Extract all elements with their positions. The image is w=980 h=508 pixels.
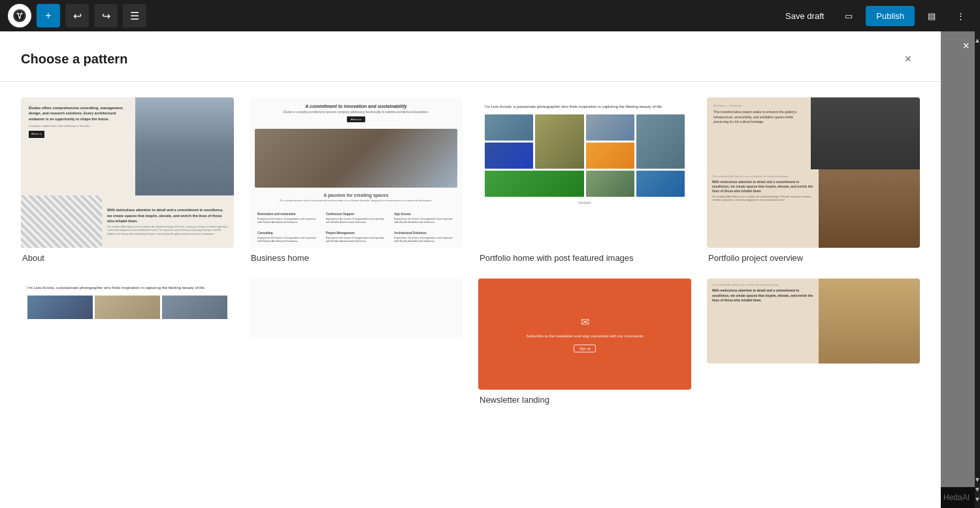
portfolio-img-4 [636,114,685,169]
modal-title: Choose a pattern [21,52,127,67]
pattern-label-business: Business home [250,253,463,263]
pattern-item-newsletter[interactable]: ✉ Subscribe to the newsletter and stay c… [478,279,691,405]
scroll-down-arrow-3[interactable]: ▼ [974,496,980,503]
biz-feature-3: App Access Experience the fusion of imag… [391,210,457,226]
settings-button[interactable]: ▤ [920,4,943,27]
wp-logo[interactable] [8,4,31,27]
portfolio-img-3 [586,114,634,141]
pattern-item-extra[interactable] [250,279,463,405]
pattern-grid: Études offers comprehensive consulting, … [0,82,941,508]
pattern-item-portfolio-project[interactable]: Art Gallery — Downtown This transformati… [707,97,920,263]
view-icon: ▭ [845,11,853,21]
top-bar-left: + ↩ ↪ ☰ [8,4,146,27]
right-scrollbar: ▲ ▼ ▼ ▼ [975,31,980,508]
portfolio-img-5 [485,143,533,169]
pattern-label-about: About [21,253,234,263]
portfolio-photo-grid [485,114,685,197]
save-draft-button[interactable]: Save draft [777,7,832,25]
portfolio-img-8 [586,171,634,197]
more-icon: ⋮ [956,11,965,21]
portfolio-project-image [811,97,920,169]
pattern-preview-portfolio-home: I'm Leia Acosta, a passionate photograph… [478,97,691,248]
add-block-button[interactable]: + [37,4,60,27]
pattern-item-portfolio-project2[interactable]: The revitalized Art Gallery is set to re… [707,279,920,405]
pattern-preview-portfolio-project: Art Gallery — Downtown This transformati… [707,97,920,248]
scroll-down-arrow-2[interactable]: ▼ [974,486,980,493]
redo-button[interactable]: ↪ [94,4,118,27]
list-icon: ☰ [130,10,139,22]
business-hero-image [255,129,457,188]
undo-icon: ↩ [73,10,82,22]
pattern-preview-extra [250,279,463,337]
portfolio-img-9 [636,171,685,197]
pattern-item-portfolio-home2[interactable]: I'm Leia Acosta, a passionate photograph… [21,279,234,405]
biz-feature-1: Renovation and restoration Experience th… [255,210,321,226]
settings-icon: ▤ [928,11,936,21]
about-bottom-image [21,195,102,248]
close-icon: × [905,52,912,66]
overlay-close-button[interactable]: × [962,39,970,53]
portfolio-project2-image [819,279,920,364]
pattern-label-newsletter: Newsletter landing [478,395,691,405]
newsletter-envelope-icon: ✉ [581,316,589,328]
biz-feature-4: Consulting Experience the fusion of imag… [255,229,321,245]
redo-icon: ↪ [102,10,110,22]
view-button[interactable]: ▭ [837,4,860,27]
modal-header: Choose a pattern × [0,31,941,82]
choose-pattern-modal: Choose a pattern × Études offers compreh… [0,31,941,508]
modal-close-button[interactable]: × [896,47,920,71]
pattern-label-portfolio-home: Portfolio home with post featured images [478,253,691,263]
portfolio-img-7 [485,171,584,197]
more-options-button[interactable]: ⋮ [949,4,972,27]
biz-feature-6: Architectural Solutions Experience the f… [391,229,457,245]
portfolio-img-6 [586,143,634,169]
pattern-preview-newsletter: ✉ Subscribe to the newsletter and stay c… [478,279,691,390]
top-bar-right: Save draft ▭ Publish ▤ ⋮ [777,4,972,27]
about-hero-image [135,97,234,195]
pattern-item-portfolio-home[interactable]: I'm Leia Acosta, a passionate photograph… [478,97,691,263]
publish-button[interactable]: Publish [866,6,915,26]
portfolio-watermark: HedaAI [485,201,685,205]
portfolio-img-2 [535,114,583,169]
modal-overlay: Choose a pattern × Études offers compreh… [0,31,980,508]
biz-feature-5: Project Management Experience the fusion… [323,229,389,245]
pattern-preview-portfolio-home2: I'm Leia Acosta, a passionate photograph… [21,279,234,337]
pattern-item-business-home[interactable]: A commitment to innovation and sustainab… [250,97,463,263]
portfolio-project-image2 [819,169,920,248]
pattern-preview-portfolio-project2: The revitalized Art Gallery is set to re… [707,279,920,364]
scroll-up-arrow[interactable]: ▲ [974,37,980,44]
pattern-item-about[interactable]: Études offers comprehensive consulting, … [21,97,234,263]
biz-feature-2: Continuous Support Experience the fusion… [323,210,389,226]
pattern-label-portfolio-project: Portfolio project overview [707,253,920,263]
pattern-preview-business: A commitment to innovation and sustainab… [250,97,463,248]
undo-button[interactable]: ↩ [65,4,89,27]
list-view-button[interactable]: ☰ [123,4,146,27]
top-bar: + ↩ ↪ ☰ Save draft ▭ Publish ▤ ⋮ [0,0,980,31]
scroll-down-arrow[interactable]: ▼ [974,476,980,483]
pattern-preview-about: Études offers comprehensive consulting, … [21,97,234,248]
portfolio-img-1 [485,114,533,141]
